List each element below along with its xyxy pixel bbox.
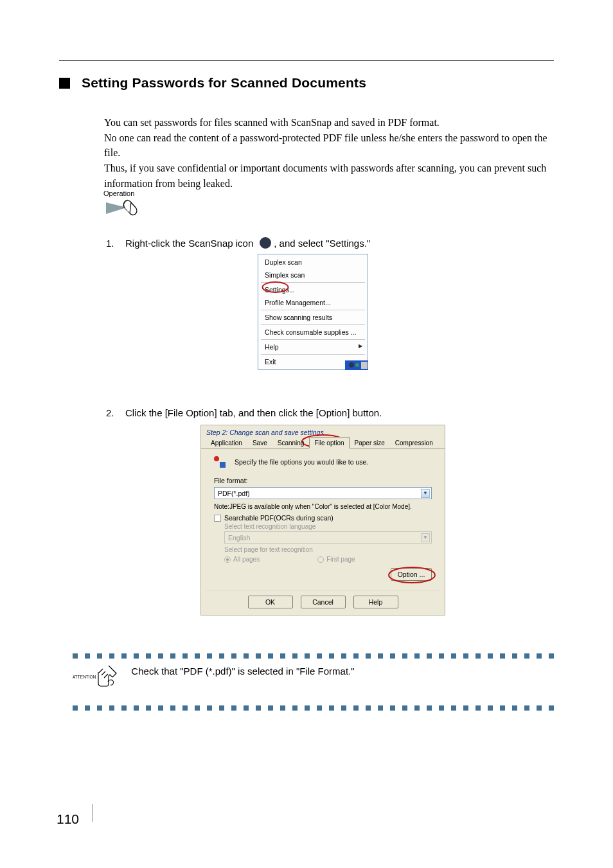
- annotation-circle-icon: [387, 566, 436, 584]
- tab-application[interactable]: Application: [206, 437, 247, 448]
- attention-block: ATTENTION Check that "PDF (*.pdf)" is se…: [73, 653, 555, 711]
- svg-rect-6: [361, 362, 368, 369]
- menu-separator: [261, 310, 365, 310]
- language-value: English: [228, 534, 250, 542]
- file-option-icon: [214, 456, 226, 468]
- annotation-circle-icon: [262, 281, 289, 293]
- searchable-pdf-row[interactable]: Searchable PDF(OCRs during scan): [201, 513, 445, 523]
- svg-point-2: [263, 282, 289, 292]
- page-number: 110: [57, 811, 79, 827]
- step-2: 2. Click the [File Option] tab, and then…: [106, 407, 382, 418]
- menu-duplex-scan[interactable]: Duplex scan: [259, 256, 367, 269]
- tab-save[interactable]: Save: [247, 437, 272, 448]
- step-1-number: 1.: [106, 238, 125, 249]
- body-paragraph: You can set passwords for files scanned …: [104, 115, 554, 191]
- step-2-number: 2.: [106, 407, 125, 418]
- attention-label: ATTENTION: [73, 675, 96, 679]
- option-button[interactable]: Option ...: [391, 568, 432, 581]
- menu-separator: [261, 339, 365, 340]
- radio-all-pages: All pages: [224, 556, 260, 563]
- checkbox-icon[interactable]: [214, 515, 221, 522]
- radio-first-page: First page: [317, 556, 355, 563]
- section-heading: Setting Passwords for Scanned Documents: [59, 75, 366, 91]
- cancel-button[interactable]: Cancel: [301, 596, 346, 608]
- dialog-tab-strip: Application Save Scanning File option Pa…: [201, 436, 445, 448]
- menu-show-scanning-results[interactable]: Show scanning results: [259, 311, 367, 324]
- tab-paper-size[interactable]: Paper size: [350, 437, 390, 448]
- svg-line-1: [125, 209, 130, 213]
- dotted-rule: [73, 705, 555, 711]
- chevron-down-icon: ▼: [421, 533, 430, 542]
- chevron-down-icon: ▼: [421, 489, 430, 498]
- svg-point-4: [349, 362, 354, 368]
- settings-dialog: Step 2: Change scan and save settings Ap…: [200, 425, 445, 616]
- operation-mouse-icon: [103, 199, 139, 224]
- attention-text: Check that "PDF (*.pdf)" is selected in …: [131, 666, 354, 677]
- menu-profile-management[interactable]: Profile Management...: [259, 296, 367, 309]
- svg-point-8: [389, 567, 435, 583]
- language-select: English ▼: [224, 531, 432, 544]
- jpeg-note: Note:JPEG is available only when "Color"…: [201, 500, 445, 513]
- step-2-text: Click the [File Option] tab, and then cl…: [125, 407, 382, 418]
- page-header-rule: [59, 60, 554, 61]
- menu-simplex-scan[interactable]: Simplex scan: [259, 269, 367, 281]
- heading-text: Setting Passwords for Scanned Documents: [82, 75, 366, 91]
- language-label: Select text recognition language: [201, 523, 445, 531]
- menu-separator: [261, 354, 365, 355]
- scansnap-tray-icon: [260, 237, 271, 249]
- step-1-pre: Right-click the ScanSnap icon: [125, 238, 253, 249]
- tab-file-option[interactable]: File option: [309, 437, 349, 448]
- page-recognition-radios: All pages First page: [201, 554, 445, 565]
- step-1: 1. Right-click the ScanSnap icon , and s…: [106, 237, 370, 249]
- systray-corner-icon: [345, 360, 368, 370]
- menu-help[interactable]: Help: [259, 341, 367, 353]
- page-number-rule: [93, 804, 93, 822]
- operation-badge: Operation: [103, 187, 139, 224]
- page-recognition-label: Select page for text recognition: [201, 546, 445, 554]
- step-1-post: , and select "Settings.": [274, 238, 370, 249]
- heading-bullet-icon: [59, 78, 70, 89]
- menu-separator: [261, 324, 365, 325]
- dialog-button-row: OK Cancel Help: [206, 590, 440, 608]
- file-format-label: File format:: [201, 474, 445, 486]
- svg-point-5: [355, 363, 359, 367]
- searchable-pdf-label: Searchable PDF(OCRs during scan): [224, 514, 333, 522]
- help-button[interactable]: Help: [353, 596, 398, 608]
- file-format-select[interactable]: PDF(*.pdf) ▼: [214, 487, 432, 499]
- menu-settings[interactable]: Settings...: [259, 283, 367, 296]
- attention-hand-icon: [96, 666, 120, 687]
- specify-label: Specify the file options you would like …: [235, 458, 368, 466]
- operation-label: Operation: [103, 190, 134, 197]
- dotted-rule: [73, 653, 555, 659]
- file-format-value: PDF(*.pdf): [218, 490, 250, 497]
- tab-compression[interactable]: Compression: [390, 437, 438, 448]
- ok-button[interactable]: OK: [248, 596, 293, 608]
- menu-check-consumable[interactable]: Check consumable supplies ...: [259, 326, 367, 339]
- context-menu: Duplex scan Simplex scan Settings... Pro…: [258, 254, 368, 370]
- tab-scanning[interactable]: Scanning: [272, 437, 310, 448]
